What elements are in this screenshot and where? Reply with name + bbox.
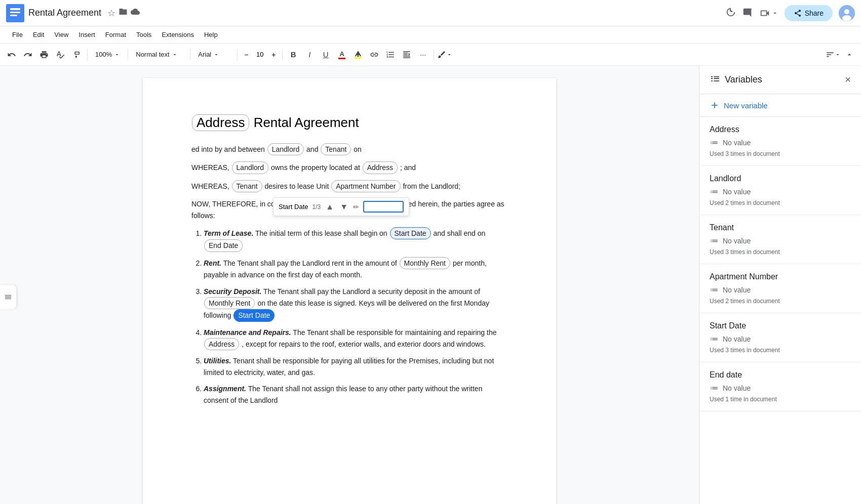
- print-button[interactable]: [36, 47, 52, 62]
- app-icon: [6, 4, 24, 22]
- link-button[interactable]: [367, 47, 382, 62]
- indent-button[interactable]: [399, 47, 414, 62]
- title-bar: Rental Agreement ☆ Share: [0, 0, 861, 26]
- whereas2-end: from the Landlord;: [403, 182, 460, 190]
- monthlyrent-var-item2[interactable]: Monthly Rent: [400, 257, 450, 269]
- history-icon[interactable]: [725, 7, 736, 19]
- find-edit-button[interactable]: ✏: [353, 203, 359, 211]
- startdate-var-item3[interactable]: Start Date: [233, 309, 275, 321]
- bold-button[interactable]: B: [286, 47, 301, 62]
- landlord-var-intro[interactable]: Landlord: [267, 143, 304, 155]
- variable-name-landlord: Landlord: [710, 174, 851, 183]
- avatar[interactable]: [839, 5, 855, 21]
- share-button[interactable]: Share: [785, 5, 833, 21]
- variable-value-end-date[interactable]: No value: [710, 384, 851, 393]
- font-value: Arial: [198, 51, 211, 58]
- font-size-decrease[interactable]: −: [241, 49, 252, 60]
- list-button[interactable]: [383, 47, 398, 62]
- new-variable-button[interactable]: New variable: [699, 94, 861, 117]
- address-var-title[interactable]: Address: [192, 114, 249, 131]
- paint-format-button[interactable]: [69, 47, 84, 62]
- aptnumber-var-whereas2[interactable]: Apartment Number: [331, 180, 400, 192]
- item3-text-before: The Tenant shall pay the Landlord a secu…: [263, 287, 480, 296]
- svg-point-10: [844, 9, 849, 14]
- variable-name-end-date: End date: [710, 370, 851, 380]
- list-item-6: Assignment. The Tenant shall not assign …: [204, 383, 507, 406]
- cloud-icon[interactable]: [131, 7, 140, 19]
- more-options-button[interactable]: ···: [415, 47, 430, 62]
- zoom-dropdown[interactable]: 100%: [91, 48, 125, 61]
- drawing-button[interactable]: [437, 47, 452, 62]
- variable-value-apartment-number[interactable]: No value: [710, 285, 851, 295]
- menu-item-help[interactable]: Help: [200, 29, 222, 40]
- text-color-button[interactable]: A: [334, 47, 349, 62]
- find-prev-button[interactable]: ▲: [325, 202, 335, 212]
- whereas2-paragraph: WHEREAS, Tenant desires to lease Unit Ap…: [191, 180, 507, 192]
- star-icon[interactable]: ☆: [107, 8, 115, 19]
- startdate-var-item1[interactable]: Start Date: [390, 227, 431, 239]
- variable-value-landlord[interactable]: No value: [710, 187, 851, 196]
- variable-item-landlord: Landlord No value Used 2 times in docume…: [699, 166, 861, 215]
- variable-usage-tenant: Used 3 times in document: [710, 248, 851, 256]
- whereas1-mid: owns the property located at: [271, 163, 360, 172]
- no-value-icon-address: [710, 138, 719, 147]
- item6-label: Assignment.: [204, 385, 246, 393]
- menu-item-edit[interactable]: Edit: [29, 29, 48, 40]
- sidebar-toggle-button[interactable]: [0, 285, 16, 309]
- doc-page: Start Date 1/3 ▲ ▼ ✏ Address Rental Agre…: [143, 78, 556, 504]
- list-item-4: Maintenance and Repairs. The Tenant shal…: [204, 327, 507, 351]
- variable-value-text-apartment-number: No value: [723, 286, 751, 294]
- menu-item-view[interactable]: View: [50, 29, 72, 40]
- tenant-var-intro[interactable]: Tenant: [321, 143, 351, 155]
- whereas1-paragraph: WHEREAS, Landlord owns the property loca…: [191, 161, 507, 174]
- variable-usage-end-date: Used 1 time in document: [710, 396, 851, 403]
- find-input[interactable]: [363, 201, 404, 213]
- whereas1-start: WHEREAS,: [191, 163, 229, 172]
- formatting-options-button[interactable]: [826, 47, 841, 62]
- divider-5: [282, 49, 283, 60]
- monthlyrent-var-item3[interactable]: Monthly Rent: [204, 297, 255, 309]
- svg-line-8: [796, 11, 799, 13]
- divider-4: [237, 49, 238, 60]
- style-dropdown[interactable]: Normal text: [131, 48, 187, 61]
- variable-value-start-date[interactable]: No value: [710, 334, 851, 344]
- highlight-button[interactable]: [350, 47, 366, 62]
- address-var-whereas1[interactable]: Address: [363, 161, 398, 174]
- comment-icon[interactable]: [742, 7, 753, 19]
- menu-item-tools[interactable]: Tools: [132, 29, 155, 40]
- menu-item-insert[interactable]: Insert: [74, 29, 99, 40]
- landlord-var-whereas1[interactable]: Landlord: [232, 161, 269, 174]
- undo-button[interactable]: [4, 47, 19, 62]
- tenant-var-whereas2[interactable]: Tenant: [232, 180, 262, 192]
- variable-usage-address: Used 3 times in document: [710, 150, 851, 157]
- redo-button[interactable]: [20, 47, 35, 62]
- style-value: Normal text: [136, 51, 169, 58]
- italic-button[interactable]: I: [302, 47, 317, 62]
- folder-icon[interactable]: [119, 7, 128, 19]
- collapse-toolbar-button[interactable]: [842, 47, 857, 62]
- variable-item-address: Address No value Used 3 times in documen…: [699, 117, 861, 166]
- panel-close-button[interactable]: ×: [845, 74, 851, 86]
- enddate-var-item1[interactable]: End Date: [204, 239, 243, 251]
- font-size-increase[interactable]: +: [268, 49, 279, 60]
- find-next-button[interactable]: ▼: [339, 202, 349, 212]
- svg-rect-13: [711, 78, 713, 79]
- variables-icon: [710, 74, 721, 86]
- main-area: Start Date 1/3 ▲ ▼ ✏ Address Rental Agre…: [0, 66, 861, 504]
- underline-button[interactable]: U: [318, 47, 333, 62]
- doc-body: ed into by and between Landlord and Tena…: [191, 143, 507, 406]
- no-value-icon-tenant: [710, 236, 719, 245]
- address-var-item4[interactable]: Address: [204, 338, 239, 350]
- variable-value-tenant[interactable]: No value: [710, 236, 851, 245]
- menu-item-format[interactable]: Format: [101, 29, 130, 40]
- divider-6: [434, 49, 434, 60]
- svg-rect-12: [711, 76, 713, 77]
- video-icon[interactable]: [759, 8, 778, 19]
- top-right-actions: Share: [725, 5, 855, 21]
- svg-rect-16: [711, 80, 713, 81]
- menu-item-extensions[interactable]: Extensions: [158, 29, 198, 40]
- menu-item-file[interactable]: File: [8, 29, 27, 40]
- spell-check-button[interactable]: [53, 47, 68, 62]
- variable-value-address[interactable]: No value: [710, 138, 851, 147]
- font-dropdown[interactable]: Arial: [193, 48, 234, 61]
